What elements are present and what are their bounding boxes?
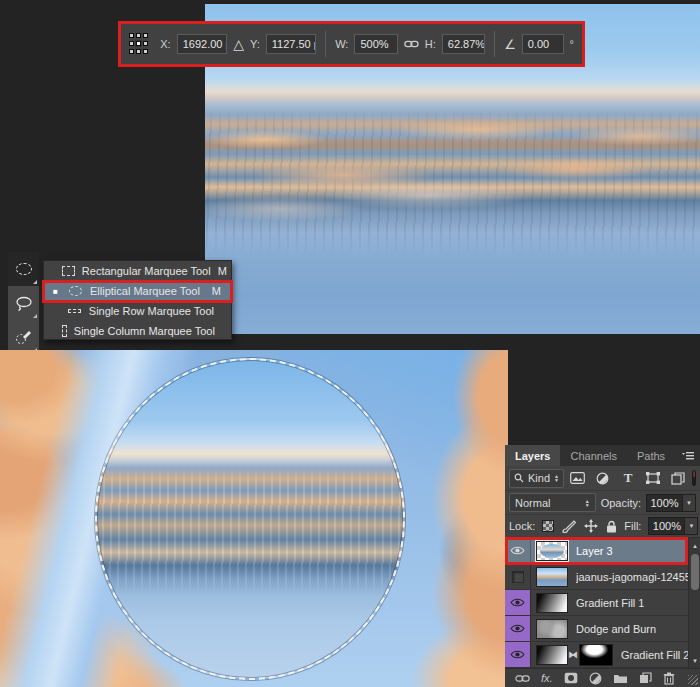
eye-icon (510, 597, 525, 608)
visibility-cell[interactable] (505, 616, 531, 641)
h-label: H: (425, 38, 436, 50)
lock-position-move-icon[interactable] (584, 519, 598, 533)
tab-channels[interactable]: Channels (560, 445, 626, 466)
menu-item-single-column-marquee[interactable]: ■ Single Column Marquee Tool (44, 321, 231, 341)
single-row-marquee-icon (68, 305, 82, 317)
reference-point-locator-icon[interactable] (129, 33, 148, 55)
layer-name: Gradient Fill 1 (576, 597, 644, 609)
layer-thumbnail[interactable] (536, 619, 568, 639)
tab-layers[interactable]: Layers (505, 445, 560, 466)
layer-name: Layer 3 (576, 545, 613, 557)
quick-selection-tool-button[interactable] (8, 320, 39, 354)
scroll-up-icon[interactable]: ▲ (689, 540, 700, 551)
delta-icon[interactable]: △ (233, 37, 244, 51)
link-layers-icon[interactable] (515, 674, 530, 683)
layer-style-fx-icon[interactable]: fx. (541, 672, 553, 684)
layer-row-gradient-fill-2[interactable]: ⧓ Gradient Fill 2 (505, 642, 688, 668)
layer-name: jaanus-jagomagi-12455... (576, 571, 688, 583)
w-input[interactable]: 500% (354, 34, 398, 54)
fill-dropdown-arrow[interactable]: ▼ (685, 517, 698, 535)
updown-arrows-icon: ▲▼ (554, 474, 559, 482)
fill-label: Fill: (624, 520, 641, 532)
layers-panel-footer: fx. (505, 668, 700, 687)
tab-paths[interactable]: Paths (627, 445, 675, 466)
opacity-value[interactable]: 100% (646, 494, 683, 512)
panel-menu-icon (681, 451, 695, 461)
panel-resize-grip[interactable] (688, 675, 698, 685)
visibility-cell[interactable] (505, 590, 531, 615)
layer-row-jaanus[interactable]: jaanus-jagomagi-12455... (505, 564, 688, 590)
layers-list: Layer 3 jaanus-jagomagi-12455... Gradien… (505, 538, 700, 668)
layer-row-layer3[interactable]: Layer 3 (505, 538, 688, 564)
scroll-down-icon[interactable]: ▼ (689, 655, 700, 666)
layer-row-dodge-and-burn[interactable]: Dodge and Burn (505, 616, 688, 642)
lock-all-padlock-icon[interactable] (606, 520, 617, 533)
layer-name: Dodge and Burn (576, 623, 656, 635)
eye-hidden-icon (512, 571, 524, 583)
x-label: X: (160, 38, 170, 50)
opacity-dropdown-arrow[interactable]: ▼ (683, 494, 696, 512)
filter-smart-objects-icon[interactable] (670, 471, 686, 485)
elliptical-marquee-icon (68, 285, 83, 297)
layer-thumbnail[interactable] (536, 645, 568, 665)
opacity-label: Opacity: (601, 497, 641, 509)
lock-transparency-icon[interactable] (542, 520, 554, 532)
elliptical-marquee-tool-button[interactable] (8, 252, 39, 286)
delete-layer-trash-icon[interactable] (663, 672, 675, 685)
lock-icons (542, 519, 617, 533)
elliptical-marquee-icon (16, 263, 32, 275)
lasso-tool-button[interactable] (8, 286, 39, 320)
tundra-texture (97, 360, 403, 678)
link-dimensions-icon[interactable] (404, 38, 419, 50)
elliptical-selection[interactable] (95, 358, 405, 680)
fill-value[interactable]: 100% (648, 517, 685, 535)
new-adjustment-layer-icon[interactable] (589, 672, 602, 685)
filter-kind-dropdown[interactable]: Kind ▲▼ (509, 469, 564, 488)
panel-tabs: Layers Channels Paths (505, 445, 700, 466)
layer-thumbnail[interactable] (536, 593, 568, 613)
blend-mode-dropdown[interactable]: Normal ▲▼ (509, 493, 596, 512)
scrollbar-thumb[interactable] (691, 554, 699, 590)
updown-arrows-icon: ▲▼ (585, 499, 590, 507)
filter-pixel-layers-icon[interactable] (570, 471, 586, 485)
visibility-cell[interactable] (505, 538, 531, 563)
filter-adjustment-layers-icon[interactable] (595, 471, 611, 485)
layers-scrollbar[interactable]: ▲ ▼ (688, 538, 700, 668)
mask-link-icon[interactable]: ⧓ (568, 649, 577, 660)
panel-menu-button[interactable] (681, 445, 700, 466)
menu-item-rectangular-marquee[interactable]: ■ Rectangular Marquee Tool M (44, 261, 231, 281)
new-layer-icon[interactable] (639, 672, 652, 684)
angle-input[interactable]: 0.00 (522, 34, 564, 54)
layer-mask-thumbnail[interactable] (579, 644, 613, 666)
layer-row-gradient-fill-1[interactable]: Gradient Fill 1 (505, 590, 688, 616)
menu-item-elliptical-marquee[interactable]: ■ Elliptical Marquee Tool M (44, 281, 231, 301)
menu-item-single-row-marquee[interactable]: ■ Single Row Marquee Tool (44, 301, 231, 321)
w-label: W: (335, 38, 348, 50)
layer-thumbnail[interactable] (536, 567, 568, 587)
blend-mode-value: Normal (515, 497, 550, 509)
eye-icon (510, 545, 525, 556)
layer-thumbnail[interactable] (536, 541, 568, 561)
filter-type-layers-icon[interactable]: T (620, 471, 636, 485)
new-group-folder-icon[interactable] (613, 673, 628, 684)
filter-toggle-switch[interactable] (692, 470, 696, 486)
active-tool-dot: ■ (50, 287, 61, 296)
filter-type-icons: T (570, 471, 686, 485)
document-canvas-bottom (0, 350, 508, 687)
tools-panel (8, 252, 39, 354)
h-input[interactable]: 62.87% (442, 34, 486, 54)
flyout-corner-icon (33, 280, 37, 284)
add-layer-mask-icon[interactable] (564, 672, 578, 684)
filter-kind-label: Kind (528, 472, 550, 484)
visibility-cell[interactable] (505, 564, 531, 589)
rectangular-marquee-icon (62, 265, 75, 277)
search-icon (514, 473, 524, 483)
x-input[interactable]: 1692.00 px (177, 34, 228, 54)
y-input[interactable]: 1127.50 px (266, 34, 317, 54)
blend-mode-row: Normal ▲▼ Opacity: 100% ▼ (505, 491, 700, 515)
y-label: Y: (250, 38, 260, 50)
lock-pixels-brush-icon[interactable] (562, 520, 576, 533)
filter-shape-layers-icon[interactable] (645, 471, 661, 485)
separator (494, 31, 495, 57)
visibility-cell[interactable] (505, 642, 531, 667)
